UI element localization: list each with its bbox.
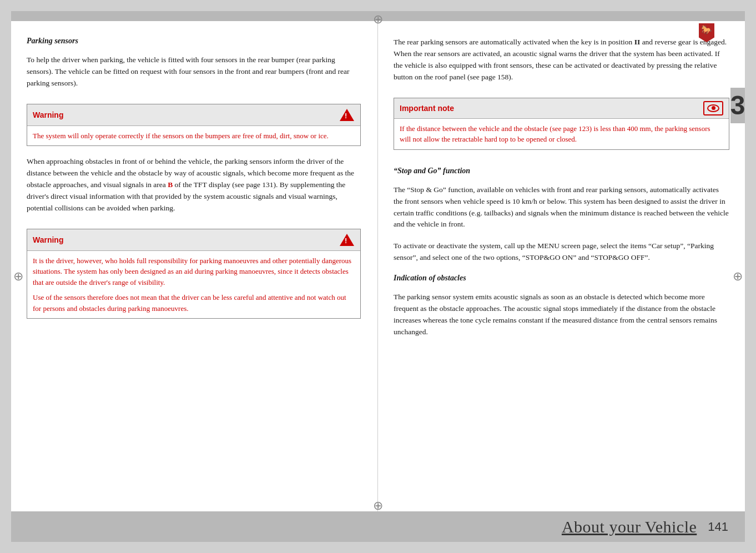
warning-header-2: Warning	[27, 229, 360, 251]
warning-triangle-icon-2	[339, 232, 355, 248]
footer-title-text: About your Vehicle	[562, 517, 697, 536]
top-crosshair-symbol: ⊕	[373, 12, 383, 27]
note-header: Important note	[394, 98, 729, 119]
indication-heading: Indication of obstacles	[394, 274, 729, 283]
footer-title: About your Vehicle	[562, 517, 697, 536]
note-text: If the distance between the vehicle and …	[400, 123, 723, 145]
warning-body-2: It is the driver, however, who holds ful…	[27, 251, 360, 319]
stop-go-heading: “Stop and Go” function	[394, 167, 729, 175]
indication-paragraph: The parking sensor system emits acoustic…	[394, 291, 729, 338]
section-number-label: 3	[730, 92, 745, 119]
warning-body-1: The system will only operate correctly i…	[27, 126, 360, 146]
right-column: The rear parking sensors are automatical…	[378, 21, 745, 511]
middle-paragraph: When approaching obstacles in front of o…	[27, 156, 361, 214]
warning-triangle-icon-1	[339, 107, 355, 123]
left-column: Parking sensors To help the driver when …	[11, 21, 378, 511]
ferrari-shield: 🐎	[699, 23, 714, 42]
eye-icon	[703, 101, 723, 115]
warning-text-1: The system will only operate correctly i…	[33, 130, 355, 142]
right-crosshair-symbol: ⊕	[733, 269, 743, 284]
stop-go-paragraph-2: To activate or deactivate the system, ca…	[394, 240, 729, 264]
parking-sensors-heading: Parking sensors	[27, 37, 361, 46]
footer-right: About your Vehicle 141	[562, 517, 728, 536]
note-label: Important note	[400, 104, 454, 113]
note-body: If the distance between the vehicle and …	[394, 119, 729, 149]
bold-b-letter: B	[168, 180, 173, 189]
horse-icon: 🐎	[701, 24, 712, 35]
warning-label-1: Warning	[33, 110, 63, 119]
section-number: 3	[730, 88, 745, 123]
bottom-crosshair-symbol: ⊕	[373, 499, 383, 513]
right-intro-paragraph: The rear parking sensors are automatical…	[394, 37, 729, 83]
ferrari-logo-area: 🐎	[699, 23, 714, 42]
left-crosshair-symbol: ⊕	[13, 269, 23, 284]
important-note-box: Important note If the distance between t…	[394, 98, 729, 150]
warning-box-2: Warning It is the driver, however, who h…	[27, 229, 361, 319]
page-number: 141	[708, 520, 728, 534]
warning-label-2: Warning	[33, 235, 63, 244]
warning-header-1: Warning	[27, 104, 360, 126]
position-ii: II	[634, 38, 641, 46]
bottom-bar: About your Vehicle 141	[11, 511, 745, 542]
warning-text-2b: Use of the sensors therefore does not me…	[33, 292, 355, 314]
warning-box-1: Warning The system will only operate cor…	[27, 104, 361, 147]
warning-text-2a: It is the driver, however, who holds ful…	[33, 255, 355, 288]
intro-paragraph: To help the driver when parking, the veh…	[27, 54, 361, 89]
stop-go-paragraph-1: The “Stop & Go” function, available on v…	[394, 184, 729, 231]
